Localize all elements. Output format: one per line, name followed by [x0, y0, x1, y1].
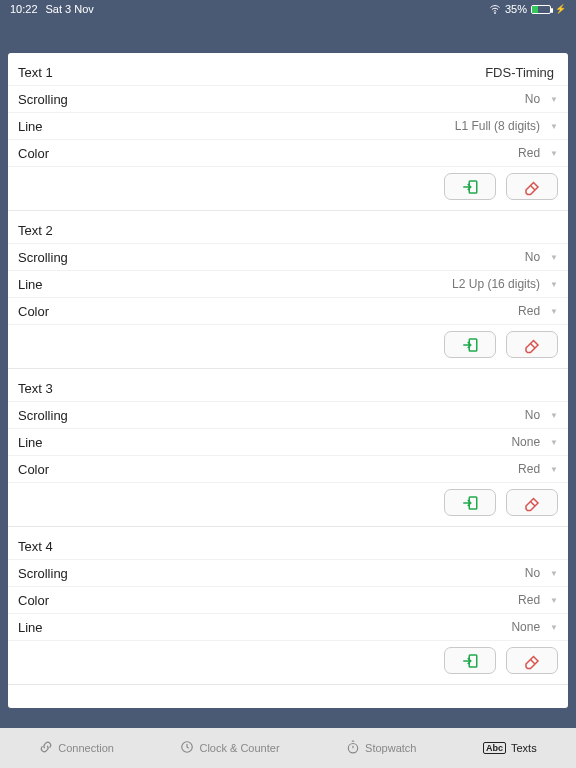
row-label: Color — [18, 146, 277, 161]
row-value: L1 Full (8 digits) — [455, 119, 544, 133]
row-label: Line — [18, 277, 277, 292]
tab-texts[interactable]: Abc Texts — [483, 742, 537, 754]
section-title: Text 1 — [18, 65, 277, 80]
battery-icon — [531, 5, 551, 14]
charging-icon: ⚡ — [555, 4, 566, 14]
clock-icon — [180, 740, 194, 756]
row-label: Scrolling — [18, 250, 277, 265]
row-color[interactable]: Color Red ▼ — [8, 140, 568, 167]
row-label: Line — [18, 435, 277, 450]
clock-time: 10:22 — [10, 3, 38, 15]
chevron-down-icon: ▼ — [550, 149, 558, 158]
section-title: Text 3 — [18, 381, 277, 396]
row-line[interactable]: Line None ▼ — [8, 429, 568, 456]
tab-connection[interactable]: Connection — [39, 740, 114, 756]
chevron-down-icon: ▼ — [550, 95, 558, 104]
section-text-1: Text 1 FDS-Timing Scrolling No ▼ Line L1… — [8, 53, 568, 211]
row-value: No — [525, 566, 544, 580]
row-scrolling[interactable]: Scrolling No ▼ — [8, 402, 568, 429]
send-button[interactable] — [444, 173, 496, 200]
wifi-icon — [489, 3, 501, 15]
tab-bar: Connection Clock & Counter Stopwatch Abc… — [0, 728, 576, 768]
section-title: Text 2 — [18, 223, 277, 238]
chevron-down-icon: ▼ — [550, 465, 558, 474]
row-value: No — [525, 92, 544, 106]
row-value: Red — [518, 462, 544, 476]
row-line[interactable]: Line L1 Full (8 digits) ▼ — [8, 113, 568, 140]
content-panel: Text 1 FDS-Timing Scrolling No ▼ Line L1… — [8, 53, 568, 708]
row-scrolling[interactable]: Scrolling No ▼ — [8, 86, 568, 113]
row-label: Line — [18, 620, 277, 635]
row-value: None — [511, 620, 544, 634]
chevron-down-icon: ▼ — [550, 307, 558, 316]
svg-point-0 — [494, 13, 495, 14]
status-bar: 10:22 Sat 3 Nov 35% ⚡ — [0, 0, 576, 18]
row-label: Color — [18, 304, 277, 319]
section-header[interactable]: Text 1 FDS-Timing — [8, 59, 568, 86]
erase-button[interactable] — [506, 173, 558, 200]
link-icon — [39, 740, 53, 756]
abc-icon: Abc — [483, 742, 506, 754]
chevron-down-icon: ▼ — [550, 596, 558, 605]
tab-clock-counter[interactable]: Clock & Counter — [180, 740, 279, 756]
section-header[interactable]: Text 2 — [8, 217, 568, 244]
section-header[interactable]: Text 3 — [8, 375, 568, 402]
chevron-down-icon: ▼ — [550, 253, 558, 262]
row-value: L2 Up (16 digits) — [452, 277, 544, 291]
tab-label: Connection — [58, 742, 114, 754]
row-label: Color — [18, 462, 277, 477]
section-header[interactable]: Text 4 — [8, 533, 568, 560]
row-label: Color — [18, 593, 277, 608]
row-color[interactable]: Color Red ▼ — [8, 587, 568, 614]
erase-button[interactable] — [506, 647, 558, 674]
section-text-4: Text 4 Scrolling No ▼ Color Red ▼ Line N… — [8, 527, 568, 685]
section-text-3: Text 3 Scrolling No ▼ Line None ▼ Color … — [8, 369, 568, 527]
chevron-down-icon: ▼ — [550, 280, 558, 289]
top-band — [0, 18, 576, 53]
chevron-down-icon: ▼ — [550, 569, 558, 578]
battery-percent: 35% — [505, 3, 527, 15]
row-value: Red — [518, 304, 544, 318]
send-button[interactable] — [444, 331, 496, 358]
row-value: Red — [518, 146, 544, 160]
erase-button[interactable] — [506, 489, 558, 516]
chevron-down-icon: ▼ — [550, 122, 558, 131]
row-label: Scrolling — [18, 92, 277, 107]
erase-button[interactable] — [506, 331, 558, 358]
row-line[interactable]: Line L2 Up (16 digits) ▼ — [8, 271, 568, 298]
row-scrolling[interactable]: Scrolling No ▼ — [8, 244, 568, 271]
row-value: No — [525, 250, 544, 264]
tab-label: Stopwatch — [365, 742, 416, 754]
row-color[interactable]: Color Red ▼ — [8, 456, 568, 483]
row-value: None — [511, 435, 544, 449]
section-title-value: FDS-Timing — [485, 65, 558, 80]
tab-stopwatch[interactable]: Stopwatch — [346, 740, 416, 756]
row-scrolling[interactable]: Scrolling No ▼ — [8, 560, 568, 587]
row-label: Line — [18, 119, 277, 134]
row-value: No — [525, 408, 544, 422]
row-line[interactable]: Line None ▼ — [8, 614, 568, 641]
section-title: Text 4 — [18, 539, 277, 554]
tab-label: Texts — [511, 742, 537, 754]
row-label: Scrolling — [18, 408, 277, 423]
chevron-down-icon: ▼ — [550, 623, 558, 632]
clock-date: Sat 3 Nov — [46, 3, 94, 15]
tab-label: Clock & Counter — [199, 742, 279, 754]
row-color[interactable]: Color Red ▼ — [8, 298, 568, 325]
section-text-2: Text 2 Scrolling No ▼ Line L2 Up (16 dig… — [8, 211, 568, 369]
bottom-gap — [0, 708, 576, 728]
row-value: Red — [518, 593, 544, 607]
send-button[interactable] — [444, 647, 496, 674]
send-button[interactable] — [444, 489, 496, 516]
row-label: Scrolling — [18, 566, 277, 581]
stopwatch-icon — [346, 740, 360, 756]
chevron-down-icon: ▼ — [550, 438, 558, 447]
chevron-down-icon: ▼ — [550, 411, 558, 420]
